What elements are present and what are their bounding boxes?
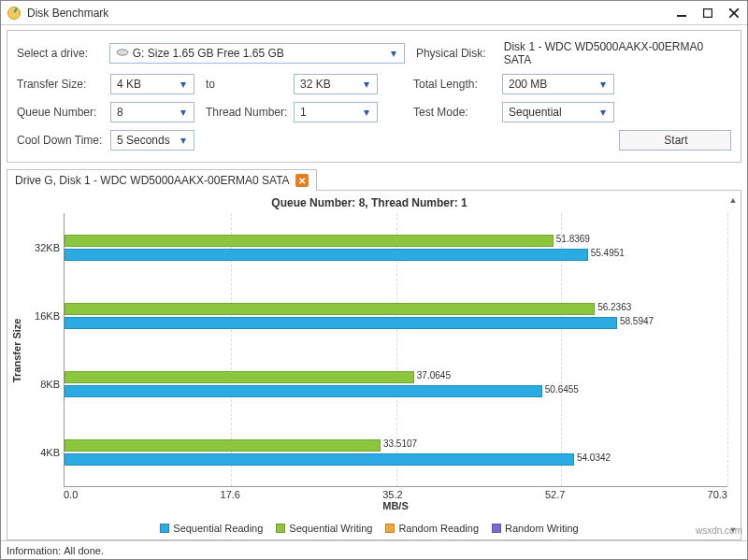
svg-point-0 <box>8 7 21 19</box>
chart-title: Queue Number: 8, Thread Number: 1 <box>11 196 727 209</box>
total-length-select[interactable]: 200 MB▾ <box>502 74 614 94</box>
app-icon <box>7 6 22 21</box>
titlebar[interactable]: Disk Benchmark <box>1 1 747 25</box>
chart-y-tick: 16KB <box>35 281 60 350</box>
watermark: wsxdn.com <box>696 525 742 536</box>
chevron-down-icon: ▾ <box>177 106 190 119</box>
chart-y-label: Transfer Size <box>11 213 26 487</box>
status-text: All done. <box>64 545 104 556</box>
chart-x-axis: 0.017.635.252.770.3 MB/S <box>64 487 727 519</box>
transfer-from-value: 4 KB <box>117 78 141 91</box>
close-tab-icon[interactable]: ✕ <box>295 174 309 187</box>
chart-bar-group: 56.236358.5947 <box>65 302 727 331</box>
label-cool-down: Cool Down Time: <box>17 134 110 147</box>
transfer-to-select[interactable]: 32 KB▾ <box>294 74 378 94</box>
legend-rand-writing: Random Writing <box>505 523 579 534</box>
queue-number-select[interactable]: 8▾ <box>110 102 194 122</box>
test-mode-value: Sequential <box>509 106 562 119</box>
svg-rect-2 <box>677 15 686 17</box>
chart-x-tick: 0.0 <box>64 489 78 500</box>
label-to: to <box>194 78 294 91</box>
legend-swatch-seq-reading <box>160 524 169 533</box>
chart-bar-group: 37.064550.6455 <box>65 370 727 399</box>
queue-number-value: 8 <box>117 106 123 119</box>
chart-bar <box>65 249 588 261</box>
legend-swatch-seq-writing <box>276 524 285 533</box>
chart-bar <box>65 453 574 466</box>
chart-bar-value: 50.6455 <box>545 384 579 395</box>
chart-legend: Sequential Reading Sequential Writing Ra… <box>11 519 727 536</box>
chart-bar-group: 51.836955.4951 <box>65 234 727 263</box>
label-total-length: Total Length: <box>413 78 502 91</box>
chart-y-tick: 32KB <box>35 213 60 281</box>
chart-x-tick: 17.6 <box>221 489 240 500</box>
chevron-down-icon: ▾ <box>387 47 400 60</box>
legend-rand-reading: Random Reading <box>398 523 479 534</box>
result-tab-label: Drive G, Disk 1 - WDC WD5000AAKX-00ERMA0… <box>15 174 290 187</box>
chart-bar-value: 54.0342 <box>577 452 611 463</box>
tabstrip: Drive G, Disk 1 - WDC WD5000AAKX-00ERMA0… <box>7 168 741 191</box>
chart-y-tick: 4KB <box>40 419 60 487</box>
label-select-drive: Select a drive: <box>17 47 109 60</box>
cooldown-select[interactable]: 5 Seconds▾ <box>110 130 194 151</box>
chart-panel: ▲ ▼ Queue Number: 8, Thread Number: 1 Tr… <box>7 191 741 540</box>
chart-bar <box>65 439 381 452</box>
cooldown-value: 5 Seconds <box>117 134 170 147</box>
chart-bar-group: 33.510754.0342 <box>65 438 727 467</box>
chart-bar-value: 51.8369 <box>556 234 590 244</box>
chevron-down-icon: ▾ <box>177 78 190 91</box>
chevron-down-icon: ▾ <box>597 78 610 91</box>
transfer-to-value: 32 KB <box>300 78 331 91</box>
scroll-up-icon[interactable]: ▲ <box>727 194 739 206</box>
legend-seq-reading: Sequential Reading <box>173 523 263 534</box>
app-window: Disk Benchmark Select a drive: G: Size 1… <box>0 0 748 560</box>
drive-select[interactable]: G: Size 1.65 GB Free 1.65 GB ▾ <box>109 43 405 64</box>
legend-swatch-rand-writing <box>492 524 501 533</box>
chart-x-tick: 70.3 <box>708 489 727 500</box>
chart-x-tick: 52.7 <box>545 489 565 500</box>
chart-y-axis: 32KB16KB8KB4KB <box>26 213 64 487</box>
chart-bar <box>65 385 542 397</box>
chart-x-tick: 35.2 <box>382 489 402 500</box>
chart-bar-value: 37.0645 <box>417 370 451 381</box>
result-tab[interactable]: Drive G, Disk 1 - WDC WD5000AAKX-00ERMA0… <box>7 169 317 191</box>
window-title: Disk Benchmark <box>27 7 108 20</box>
close-button[interactable] <box>721 1 747 25</box>
start-button[interactable]: Start <box>619 130 731 151</box>
chart-x-label: MB/S <box>64 500 727 511</box>
chevron-down-icon: ▾ <box>177 134 190 147</box>
legend-swatch-rand-reading <box>385 524 395 533</box>
chart-bar-value: 58.5947 <box>620 316 654 326</box>
statusbar: Information: All done. <box>1 540 747 559</box>
thread-number-select[interactable]: 1▾ <box>294 102 378 122</box>
test-mode-select[interactable]: Sequential▾ <box>502 102 614 122</box>
status-label: Information: <box>7 545 61 556</box>
label-thread-number: Thread Number: <box>194 106 294 119</box>
start-button-label: Start <box>664 134 687 147</box>
chart-bar <box>65 371 414 383</box>
chart-bar <box>65 303 595 315</box>
physical-disk-value: Disk 1 - WDC WD5000AAKX-00ERMA0 SATA <box>504 40 731 66</box>
chart-bar-value: 55.4951 <box>591 248 625 258</box>
chevron-down-icon: ▾ <box>597 106 610 119</box>
maximize-button[interactable] <box>695 1 721 25</box>
chart-bar-value: 56.2363 <box>597 302 631 312</box>
settings-panel: Select a drive: G: Size 1.65 GB Free 1.6… <box>7 30 741 163</box>
chart-plot-area: 51.836955.495156.236358.594737.064550.64… <box>64 213 727 487</box>
thread-number-value: 1 <box>300 106 307 119</box>
drive-select-value: G: Size 1.65 GB Free 1.65 GB <box>133 47 284 60</box>
label-transfer-size: Transfer Size: <box>17 78 110 91</box>
chart-bar-value: 33.5107 <box>383 438 417 449</box>
legend-seq-writing: Sequential Writing <box>289 523 372 534</box>
chevron-down-icon: ▾ <box>360 78 373 91</box>
chart-y-tick: 8KB <box>40 351 60 419</box>
transfer-from-select[interactable]: 4 KB▾ <box>110 74 194 94</box>
svg-point-6 <box>117 50 128 55</box>
total-length-value: 200 MB <box>509 78 547 91</box>
label-queue-number: Queue Number: <box>17 106 110 119</box>
chevron-down-icon: ▾ <box>360 106 373 119</box>
minimize-button[interactable] <box>669 1 695 25</box>
label-test-mode: Test Mode: <box>413 106 502 119</box>
chart-bar <box>65 317 617 329</box>
svg-rect-3 <box>704 8 712 17</box>
